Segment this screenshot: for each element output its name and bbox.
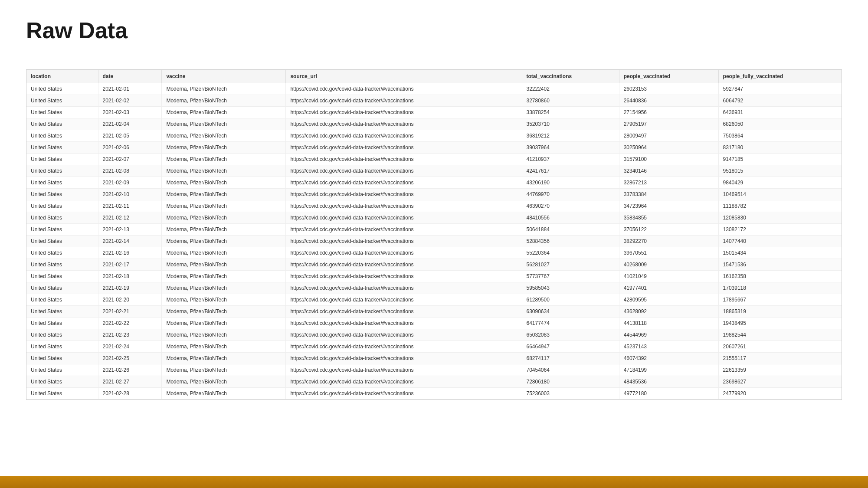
cell-23-2: Moderna, Pfizer/BioNTech [162,353,286,364]
cell-6-1: 2021-02-07 [98,154,162,165]
cell-19-1: 2021-02-21 [98,306,162,318]
cell-1-2: Moderna, Pfizer/BioNTech [162,95,286,107]
table-row: United States2021-02-05Moderna, Pfizer/B… [26,130,842,142]
cell-7-0: United States [26,165,98,177]
table-row: United States2021-02-14Moderna, Pfizer/B… [26,236,842,247]
cell-21-5: 44544969 [619,329,718,341]
cell-17-0: United States [26,282,98,294]
cell-18-5: 42809595 [619,294,718,306]
cell-17-1: 2021-02-19 [98,282,162,294]
table-row: United States2021-02-22Moderna, Pfizer/B… [26,318,842,329]
cell-3-1: 2021-02-04 [98,118,162,130]
table-row: United States2021-02-19Moderna, Pfizer/B… [26,282,842,294]
cell-26-0: United States [26,388,98,400]
cell-3-6: 6826050 [718,118,842,130]
cell-6-2: Moderna, Pfizer/BioNTech [162,154,286,165]
cell-13-5: 38292270 [619,236,718,247]
cell-14-6: 15015434 [718,247,842,259]
col-header-total-vaccinations: total_vaccinations [522,70,619,83]
cell-12-6: 13082172 [718,224,842,236]
cell-4-4: 36819212 [522,130,619,142]
cell-16-3: https://covid.cdc.gov/covid-data-tracker… [286,271,522,282]
col-header-people-vaccinated: people_vaccinated [619,70,718,83]
cell-4-1: 2021-02-05 [98,130,162,142]
cell-18-3: https://covid.cdc.gov/covid-data-tracker… [286,294,522,306]
cell-12-1: 2021-02-13 [98,224,162,236]
cell-16-2: Moderna, Pfizer/BioNTech [162,271,286,282]
cell-25-4: 72806180 [522,376,619,388]
cell-7-1: 2021-02-08 [98,165,162,177]
table-row: United States2021-02-17Moderna, Pfizer/B… [26,259,842,271]
cell-11-6: 12085830 [718,212,842,224]
cell-15-1: 2021-02-17 [98,259,162,271]
cell-14-3: https://covid.cdc.gov/covid-data-tracker… [286,247,522,259]
cell-19-2: Moderna, Pfizer/BioNTech [162,306,286,318]
table-row: United States2021-02-28Moderna, Pfizer/B… [26,388,842,400]
cell-25-6: 23698627 [718,376,842,388]
cell-25-3: https://covid.cdc.gov/covid-data-tracker… [286,376,522,388]
cell-10-6: 11188782 [718,200,842,212]
cell-2-4: 33878254 [522,107,619,118]
table-row: United States2021-02-09Moderna, Pfizer/B… [26,177,842,189]
cell-8-3: https://covid.cdc.gov/covid-data-tracker… [286,177,522,189]
table-row: United States2021-02-12Moderna, Pfizer/B… [26,212,842,224]
cell-24-4: 70454064 [522,364,619,376]
cell-1-0: United States [26,95,98,107]
table-row: United States2021-02-04Moderna, Pfizer/B… [26,118,842,130]
cell-13-3: https://covid.cdc.gov/covid-data-tracker… [286,236,522,247]
cell-20-3: https://covid.cdc.gov/covid-data-tracker… [286,318,522,329]
cell-21-3: https://covid.cdc.gov/covid-data-tracker… [286,329,522,341]
cell-12-2: Moderna, Pfizer/BioNTech [162,224,286,236]
cell-14-1: 2021-02-16 [98,247,162,259]
cell-23-6: 21555117 [718,353,842,364]
cell-2-1: 2021-02-03 [98,107,162,118]
cell-19-6: 18865319 [718,306,842,318]
cell-6-5: 31579100 [619,154,718,165]
cell-7-3: https://covid.cdc.gov/covid-data-tracker… [286,165,522,177]
col-header-vaccine: vaccine [162,70,286,83]
cell-15-0: United States [26,259,98,271]
cell-4-3: https://covid.cdc.gov/covid-data-tracker… [286,130,522,142]
cell-5-5: 30250964 [619,142,718,154]
raw-data-table-container: location date vaccine source_url total_v… [26,69,842,400]
cell-6-3: https://covid.cdc.gov/covid-data-tracker… [286,154,522,165]
cell-17-3: https://covid.cdc.gov/covid-data-tracker… [286,282,522,294]
cell-18-4: 61289500 [522,294,619,306]
cell-20-0: United States [26,318,98,329]
cell-4-6: 7503864 [718,130,842,142]
cell-13-1: 2021-02-14 [98,236,162,247]
cell-4-2: Moderna, Pfizer/BioNTech [162,130,286,142]
table-row: United States2021-02-07Moderna, Pfizer/B… [26,154,842,165]
cell-2-6: 6436931 [718,107,842,118]
cell-10-0: United States [26,200,98,212]
cell-15-2: Moderna, Pfizer/BioNTech [162,259,286,271]
cell-8-2: Moderna, Pfizer/BioNTech [162,177,286,189]
cell-5-0: United States [26,142,98,154]
cell-11-4: 48410556 [522,212,619,224]
cell-26-6: 24779920 [718,388,842,400]
raw-data-table: location date vaccine source_url total_v… [26,70,842,400]
cell-23-4: 68274117 [522,353,619,364]
cell-0-1: 2021-02-01 [98,83,162,95]
cell-5-6: 8317180 [718,142,842,154]
cell-24-3: https://covid.cdc.gov/covid-data-tracker… [286,364,522,376]
cell-26-4: 75236003 [522,388,619,400]
cell-21-2: Moderna, Pfizer/BioNTech [162,329,286,341]
cell-6-4: 41210937 [522,154,619,165]
cell-22-0: United States [26,341,98,353]
cell-0-4: 32222402 [522,83,619,95]
cell-0-6: 5927847 [718,83,842,95]
cell-11-0: United States [26,212,98,224]
cell-7-6: 9518015 [718,165,842,177]
cell-0-2: Moderna, Pfizer/BioNTech [162,83,286,95]
cell-24-0: United States [26,364,98,376]
cell-22-6: 20607261 [718,341,842,353]
cell-9-0: United States [26,189,98,200]
cell-16-6: 16162358 [718,271,842,282]
cell-17-5: 41977401 [619,282,718,294]
cell-0-3: https://covid.cdc.gov/covid-data-tracker… [286,83,522,95]
cell-10-4: 46390270 [522,200,619,212]
cell-16-0: United States [26,271,98,282]
cell-20-5: 44138118 [619,318,718,329]
table-row: United States2021-02-13Moderna, Pfizer/B… [26,224,842,236]
